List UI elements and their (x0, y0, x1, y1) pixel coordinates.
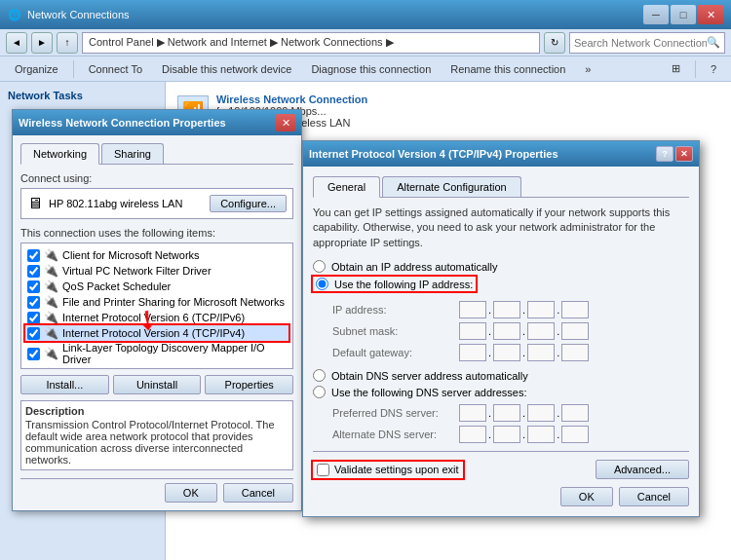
connect-to-button[interactable]: Connect To (80, 58, 151, 80)
item-label-3: File and Printer Sharing for Microsoft N… (62, 296, 285, 308)
uninstall-button[interactable]: Uninstall (113, 375, 202, 394)
item-icon-7: 🔌 (44, 367, 58, 369)
tcp-tab-bar: General Alternate Configuration (313, 176, 689, 198)
ip-field-group: IP address: . . . Subnet mask: (332, 301, 689, 361)
obtain-dns-row: Obtain DNS server address automatically (313, 369, 689, 382)
item-icon-3: 🔌 (44, 295, 58, 309)
item-label-2: QoS Packet Scheduler (62, 280, 171, 292)
subnet-box-4[interactable] (561, 322, 589, 340)
item-checkbox-4[interactable] (27, 312, 40, 324)
list-item: 🔌 Link-Layer Topology Discovery Mapper I… (25, 341, 289, 366)
ip-box-1[interactable] (459, 301, 486, 318)
ip-address-row: IP address: . . . (332, 301, 689, 318)
rename-button[interactable]: Rename this connection (442, 58, 574, 80)
tcp-ok-button[interactable]: OK (560, 487, 613, 506)
alternate-dns-input: . . . (459, 426, 689, 443)
item-checkbox-3[interactable] (27, 296, 40, 309)
preferred-dns-label: Preferred DNS server: (332, 407, 459, 419)
item-label-6: Link-Layer Topology Discovery Mapper I/O… (62, 342, 287, 365)
tcp-advanced-button[interactable]: Advanced... (596, 460, 689, 479)
ip-address-input: . . . (459, 301, 689, 318)
gateway-box-2[interactable] (493, 344, 520, 361)
item-checkbox-5[interactable] (27, 327, 40, 340)
pdns-box-4[interactable] (561, 404, 589, 422)
view-icons-button[interactable]: ⊞ (663, 58, 689, 80)
diagnose-button[interactable]: Diagnose this connection (302, 58, 440, 80)
tcp-tab-general[interactable]: General (313, 176, 380, 198)
item-label-0: Client for Microsoft Networks (62, 249, 200, 261)
tab-sharing[interactable]: Sharing (101, 143, 164, 164)
adns-box-4[interactable] (561, 426, 589, 443)
item-checkbox-0[interactable] (27, 249, 40, 262)
minimize-button[interactable]: ─ (643, 5, 669, 24)
title-bar-left: 🌐 Network Connections (8, 9, 130, 21)
adns-box-3[interactable] (527, 426, 555, 443)
maximize-button[interactable]: □ (671, 5, 696, 24)
item-checkbox-6[interactable] (27, 348, 40, 360)
subnet-box-1[interactable] (459, 322, 486, 340)
use-following-ip-radio[interactable] (316, 278, 328, 290)
obtain-ip-label: Obtain an IP address automatically (331, 261, 497, 273)
pdns-box-3[interactable] (527, 404, 555, 422)
subnet-box-2[interactable] (493, 322, 520, 340)
disable-device-button[interactable]: Disable this network device (153, 58, 300, 80)
wireless-ok-button[interactable]: OK (165, 483, 217, 503)
obtain-dns-radio[interactable] (313, 369, 326, 382)
obtain-dns-label: Obtain DNS server address automatically (331, 370, 528, 382)
item-checkbox-1[interactable] (27, 265, 40, 278)
obtain-ip-radio[interactable] (313, 260, 326, 273)
pdns-box-2[interactable] (493, 404, 520, 422)
pdns-box-1[interactable] (459, 404, 486, 422)
ip-box-4[interactable] (561, 301, 589, 318)
tab-networking[interactable]: Networking (20, 143, 99, 165)
sidebar-section: Network Tasks (8, 90, 157, 101)
address-bar: ◄ ► ↑ Control Panel ▶ Network and Intern… (0, 29, 731, 56)
tcp-close-button[interactable]: ✕ (675, 146, 693, 162)
use-following-dns-label: Use the following DNS server addresses: (331, 387, 527, 398)
configure-button[interactable]: Configure... (210, 195, 287, 212)
gateway-box-1[interactable] (459, 344, 486, 361)
preferred-dns-row: Preferred DNS server: . . . (332, 404, 689, 422)
more-button[interactable]: » (576, 58, 599, 80)
connect-using-label: Connect using: (20, 172, 293, 184)
item-label-1: Virtual PC Network Filter Driver (62, 265, 212, 277)
item-checkbox-2[interactable] (27, 280, 40, 293)
help-button[interactable]: ? (702, 58, 725, 80)
item-checkbox-7[interactable] (27, 368, 40, 370)
list-item-selected[interactable]: 🔌 Internet Protocol Version 4 (TCP/IPv4) (25, 325, 289, 341)
gateway-box-3[interactable] (527, 344, 555, 361)
items-label: This connection uses the following items… (20, 227, 293, 239)
use-following-dns-row: Use the following DNS server addresses: (313, 386, 689, 398)
tcp-help-button[interactable]: ? (656, 146, 673, 162)
tcp-cancel-button[interactable]: Cancel (619, 487, 689, 506)
use-following-dns-radio[interactable] (313, 386, 326, 398)
wireless-cancel-button[interactable]: Cancel (223, 483, 293, 503)
search-input[interactable] (574, 37, 707, 49)
forward-button[interactable]: ► (31, 32, 53, 54)
refresh-button[interactable]: ↻ (544, 32, 565, 54)
nc-name: Wireless Network Connection (216, 93, 367, 105)
list-item: 🔌 QoS Packet Scheduler (25, 279, 289, 294)
list-item: 🔌 Virtual PC Network Filter Driver (25, 263, 289, 279)
wireless-dialog-close[interactable]: ✕ (276, 114, 295, 131)
tcp-tab-alternate[interactable]: Alternate Configuration (382, 176, 521, 197)
adns-box-2[interactable] (493, 426, 520, 443)
properties-button[interactable]: Properties (205, 375, 293, 394)
back-button[interactable]: ◄ (6, 32, 27, 54)
ip-box-3[interactable] (527, 301, 555, 318)
tcp-ok-cancel-row: OK Cancel (313, 487, 689, 506)
install-button[interactable]: Install... (20, 375, 109, 394)
up-button[interactable]: ↑ (57, 32, 78, 54)
wireless-dialog-titlebar: Wireless Network Connection Properties ✕ (13, 110, 301, 135)
install-btn-row: Install... Uninstall Properties (20, 375, 293, 394)
item-icon-0: 🔌 (44, 248, 58, 262)
ip-box-2[interactable] (493, 301, 520, 318)
organize-button[interactable]: Organize (6, 58, 67, 80)
subnet-box-3[interactable] (527, 322, 555, 340)
adns-box-1[interactable] (459, 426, 486, 443)
wireless-dialog-title: Wireless Network Connection Properties (19, 117, 226, 129)
gateway-box-4[interactable] (561, 344, 589, 361)
close-button[interactable]: ✕ (698, 5, 723, 24)
tcp-bottom: Validate settings upon exit Advanced... (313, 451, 689, 479)
validate-checkbox[interactable] (317, 464, 329, 476)
